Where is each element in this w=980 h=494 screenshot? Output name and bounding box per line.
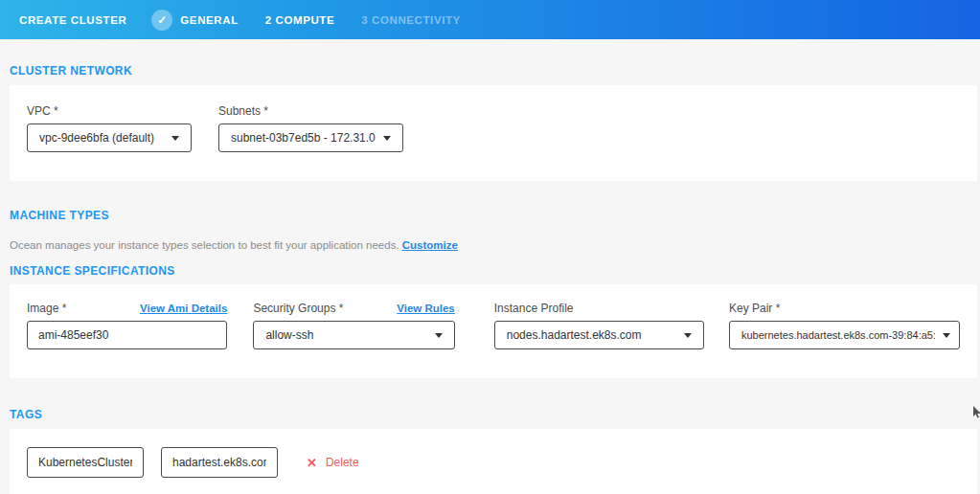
- subnets-selected-value: subnet-03b7ed5b - 172.31.0.0/20 ...: [231, 131, 376, 145]
- vpc-label: VPC *: [27, 104, 58, 118]
- instance-profile-select[interactable]: nodes.hadartest.ek8s.com: [494, 321, 704, 349]
- key-pair-select[interactable]: kubernetes.hadartest.ek8s.com-39:84:a5:9…: [729, 321, 960, 349]
- instance-profile-selected-value: nodes.hadartest.ek8s.com: [507, 328, 642, 342]
- vpc-selected-value: vpc-9dee6bfa (default): [39, 131, 154, 145]
- tab-general[interactable]: ✓ GENERAL: [151, 10, 238, 31]
- mouse-cursor-icon: [973, 406, 980, 420]
- image-label: Image *: [27, 302, 66, 315]
- delete-x-icon: ✕: [307, 456, 317, 470]
- chevron-down-icon: [684, 333, 692, 338]
- chevron-down-icon: [383, 136, 391, 141]
- instance-specifications-card: Image * View Ami Details Security Groups…: [10, 284, 977, 378]
- key-pair-label: Key Pair *: [729, 302, 780, 315]
- subnets-select[interactable]: subnet-03b7ed5b - 172.31.0.0/20 ...: [218, 124, 403, 152]
- chevron-down-icon: [943, 333, 950, 338]
- wizard-header: CREATE CLUSTER ✓ GENERAL 2 COMPUTE 3 CON…: [0, 0, 980, 39]
- tab-compute-label: 2 COMPUTE: [265, 14, 335, 26]
- customize-link[interactable]: Customize: [402, 239, 458, 251]
- tab-general-label: GENERAL: [180, 14, 238, 26]
- view-rules-link[interactable]: View Rules: [397, 303, 455, 314]
- view-ami-details-link[interactable]: View Ami Details: [140, 303, 227, 314]
- delete-tag-button[interactable]: ✕ Delete: [307, 456, 359, 470]
- security-groups-label: Security Groups *: [253, 302, 343, 315]
- instance-profile-label: Instance Profile: [494, 302, 574, 315]
- security-groups-selected-value: allow-ssh: [265, 328, 313, 342]
- subnets-label: Subnets *: [218, 104, 268, 118]
- wizard-title: CREATE CLUSTER: [19, 14, 126, 26]
- tag-row: ✕ Delete: [27, 447, 960, 478]
- tab-compute[interactable]: 2 COMPUTE: [265, 14, 335, 26]
- delete-tag-label: Delete: [326, 456, 359, 469]
- step-complete-check-icon: ✓: [151, 10, 172, 31]
- tag-value-input[interactable]: [161, 447, 278, 478]
- tags-card: ✕ Delete: [10, 429, 977, 494]
- chevron-down-icon: [171, 136, 179, 141]
- image-input[interactable]: [27, 321, 227, 349]
- tab-connectivity[interactable]: 3 CONNECTIVITY: [361, 14, 461, 26]
- machine-types-description-row: Ocean manages your instance types select…: [10, 239, 980, 251]
- security-groups-select[interactable]: allow-ssh: [253, 321, 454, 349]
- cluster-network-heading: CLUSTER NETWORK: [10, 39, 980, 78]
- tag-key-input[interactable]: [27, 447, 144, 478]
- cluster-network-card: VPC * vpc-9dee6bfa (default) Subnets * s…: [10, 85, 977, 181]
- chevron-down-icon: [435, 333, 443, 338]
- machine-types-heading: MACHINE TYPES: [10, 209, 980, 222]
- tab-connectivity-label: 3 CONNECTIVITY: [361, 14, 461, 26]
- tags-heading: TAGS: [10, 408, 980, 421]
- vpc-select[interactable]: vpc-9dee6bfa (default): [27, 124, 192, 152]
- key-pair-selected-value: kubernetes.hadartest.ek8s.com-39:84:a5:9…: [741, 329, 935, 341]
- machine-types-description: Ocean manages your instance types select…: [10, 239, 399, 251]
- instance-specifications-heading: INSTANCE SPECIFICATIONS: [10, 264, 980, 278]
